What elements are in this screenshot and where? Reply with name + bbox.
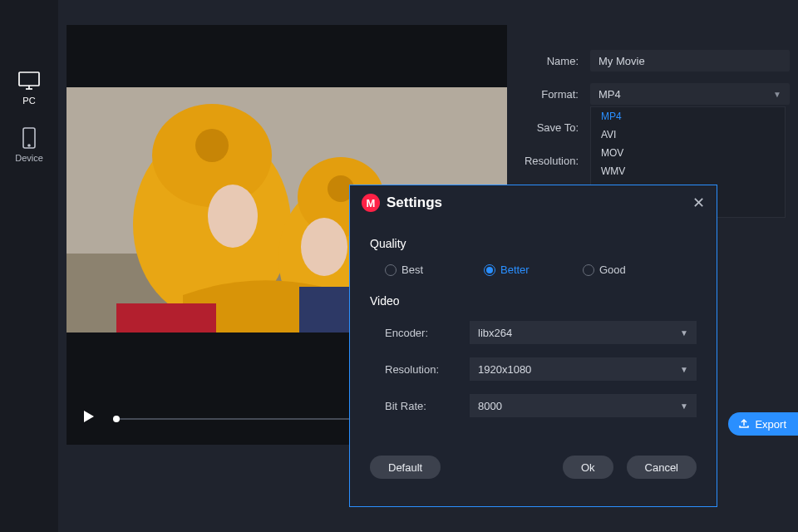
chevron-down-icon: ▼ (680, 328, 688, 337)
radio-icon (385, 264, 397, 276)
bitrate-select[interactable]: 8000▼ (470, 394, 697, 417)
radio-icon (583, 264, 594, 276)
settings-button-row: Default Ok Cancel (350, 437, 717, 479)
settings-body: Quality Best Better Good Video Encoder: … (350, 220, 717, 437)
app-logo-icon: M (362, 194, 380, 212)
svg-point-11 (195, 129, 229, 162)
chevron-down-icon: ▼ (773, 90, 781, 99)
format-option-mov[interactable]: MOV (591, 144, 785, 162)
resolution-select[interactable]: 1920x1080▼ (470, 357, 697, 381)
svg-point-13 (208, 185, 258, 248)
default-button[interactable]: Default (370, 456, 441, 479)
video-section-title: Video (370, 294, 697, 308)
settings-title: Settings (387, 195, 442, 211)
saveto-label: Save To: (507, 121, 590, 134)
sidebar-item-pc[interactable]: PC (0, 58, 58, 116)
play-button[interactable] (81, 409, 96, 426)
encoder-label: Encoder: (370, 327, 470, 339)
settings-modal: M Settings ✕ Quality Best Better Good Vi… (349, 185, 717, 507)
sidebar-item-device[interactable]: Device (0, 116, 58, 173)
svg-rect-0 (19, 72, 39, 86)
format-label: Format: (507, 88, 590, 101)
resolution-label: Resolution: (507, 155, 590, 167)
svg-point-4 (28, 145, 30, 146)
settings-header: M Settings ✕ (350, 185, 717, 220)
svg-point-14 (301, 218, 347, 276)
quality-radio-group: Best Better Good (370, 264, 697, 284)
quality-option-better[interactable]: Better (484, 264, 583, 276)
format-select[interactable]: MP4▼ (590, 83, 790, 105)
sidebar-item-label: PC (22, 96, 35, 106)
close-button[interactable]: ✕ (692, 195, 705, 210)
cancel-button[interactable]: Cancel (627, 456, 697, 479)
quality-section-title: Quality (370, 237, 697, 250)
format-option-mp4[interactable]: MP4 (591, 107, 785, 126)
phone-icon (17, 126, 42, 150)
format-option-avi[interactable]: AVI (591, 126, 785, 144)
export-button[interactable]: Export (728, 412, 798, 436)
chevron-down-icon: ▼ (680, 401, 688, 411)
name-input[interactable]: My Movie (590, 50, 790, 71)
chevron-down-icon: ▼ (680, 365, 688, 374)
encoder-select[interactable]: libx264▼ (470, 321, 697, 344)
ok-button[interactable]: Ok (563, 456, 613, 479)
left-sidebar: PC Device (0, 0, 58, 532)
name-label: Name: (507, 55, 590, 67)
resolution-label: Resolution: (370, 363, 470, 376)
sidebar-item-label: Device (15, 153, 43, 163)
radio-icon (484, 264, 495, 276)
monitor-icon (17, 68, 42, 93)
format-option-wmv[interactable]: WMV (591, 162, 785, 180)
svg-rect-16 (116, 303, 216, 332)
quality-option-good[interactable]: Good (583, 264, 682, 276)
upload-icon (738, 417, 750, 431)
quality-option-best[interactable]: Best (385, 264, 484, 276)
bitrate-label: Bit Rate: (370, 400, 470, 412)
